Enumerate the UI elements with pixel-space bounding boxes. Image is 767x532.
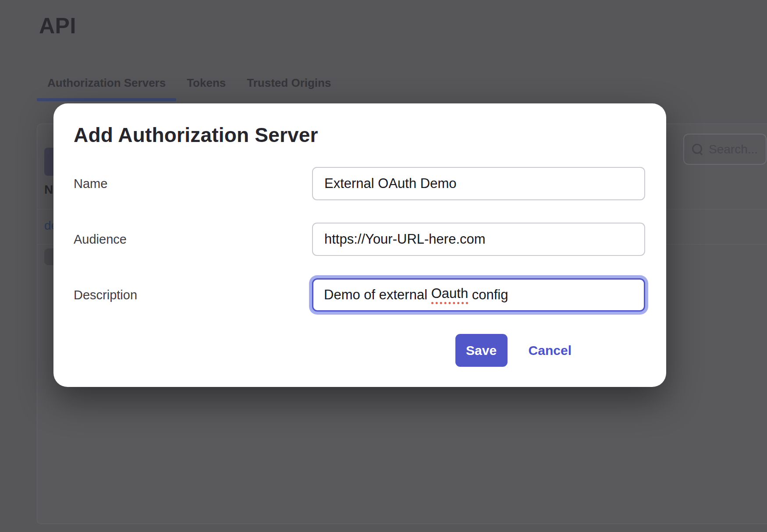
tab-tokens[interactable]: Tokens <box>176 70 236 101</box>
name-label: Name <box>74 177 312 191</box>
search-placeholder: Search... <box>709 142 758 156</box>
description-text-misspelled-word: Oauth <box>431 286 468 304</box>
modal-actions: Save Cancel <box>455 334 572 367</box>
screen: API Authorization Servers Tokens Trusted… <box>0 0 767 532</box>
tab-trusted-origins[interactable]: Trusted Origins <box>236 70 341 101</box>
save-button[interactable]: Save <box>455 334 508 367</box>
audience-field-row: Audience <box>74 223 645 256</box>
description-text-before: Demo of external <box>324 287 431 303</box>
tab-label: Authorization Servers <box>47 76 166 89</box>
search-box[interactable]: Search... <box>683 134 767 165</box>
tab-label: Trusted Origins <box>247 76 331 89</box>
description-label: Description <box>74 288 312 302</box>
tab-authorization-servers[interactable]: Authorization Servers <box>37 70 176 101</box>
tab-bar: Authorization Servers Tokens Trusted Ori… <box>37 70 341 101</box>
description-text-after: config <box>468 287 508 303</box>
audience-input[interactable] <box>312 223 645 256</box>
page-title: API <box>39 13 76 39</box>
name-field-row: Name <box>74 167 645 200</box>
cancel-button[interactable]: Cancel <box>529 343 572 358</box>
modal-title: Add Authorization Server <box>74 123 318 147</box>
tab-label: Tokens <box>187 76 226 89</box>
add-authorization-server-modal: Add Authorization Server Name Audience D… <box>53 103 666 387</box>
name-input[interactable] <box>312 167 645 200</box>
search-icon <box>692 144 703 155</box>
description-field-row: Description Demo of external Oauth confi… <box>74 278 645 312</box>
description-input[interactable]: Demo of external Oauth config <box>312 278 645 312</box>
audience-label: Audience <box>74 232 312 247</box>
